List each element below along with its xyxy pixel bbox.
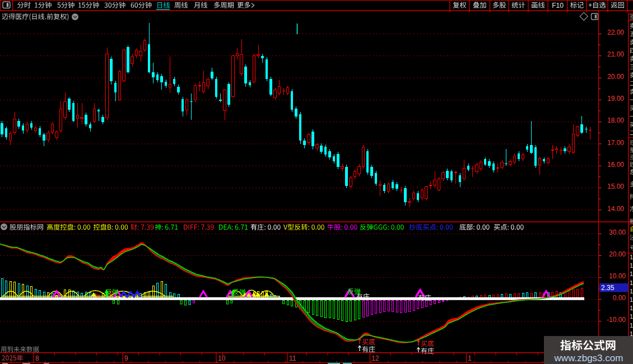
svg-text:-10.00: -10.00 xyxy=(607,316,626,324)
svg-text:20.00: 20.00 xyxy=(607,73,624,81)
svg-text:20.00: 20.00 xyxy=(609,250,626,258)
svg-text:17.00: 17.00 xyxy=(607,139,624,147)
svg-text:12: 12 xyxy=(371,354,379,362)
svg-text:www.zbgs3.com: www.zbgs3.com xyxy=(554,353,623,363)
svg-text:22.00: 22.00 xyxy=(607,29,624,36)
svg-text:1: 1 xyxy=(468,354,472,362)
svg-text:10: 10 xyxy=(218,354,226,362)
svg-text:8: 8 xyxy=(35,354,39,362)
svg-text:0.00: 0.00 xyxy=(613,294,626,302)
svg-text:11: 11 xyxy=(289,354,296,362)
svg-text:1: 1 xyxy=(630,322,633,329)
svg-text:1: 1 xyxy=(630,254,633,260)
svg-text:10.00: 10.00 xyxy=(609,272,626,280)
svg-text:1: 1 xyxy=(630,262,633,269)
svg-text:1: 1 xyxy=(630,288,633,295)
svg-text:1: 1 xyxy=(630,279,633,286)
svg-text:1: 1 xyxy=(630,296,633,303)
svg-text:21.00: 21.00 xyxy=(607,50,624,58)
svg-text:19.00: 19.00 xyxy=(607,95,624,102)
svg-text:1: 1 xyxy=(630,305,633,311)
svg-text:18.00: 18.00 xyxy=(607,116,624,124)
svg-text:14.00: 14.00 xyxy=(607,205,624,213)
svg-text:1: 1 xyxy=(630,270,633,277)
svg-text:2.35: 2.35 xyxy=(601,284,615,292)
svg-text:30.00: 30.00 xyxy=(609,228,626,236)
svg-text:16.00: 16.00 xyxy=(607,161,624,169)
svg-text:F10: F10 xyxy=(552,2,564,10)
svg-text:9: 9 xyxy=(124,354,128,362)
svg-text:1: 1 xyxy=(630,313,633,320)
svg-text:15.00: 15.00 xyxy=(607,183,624,190)
